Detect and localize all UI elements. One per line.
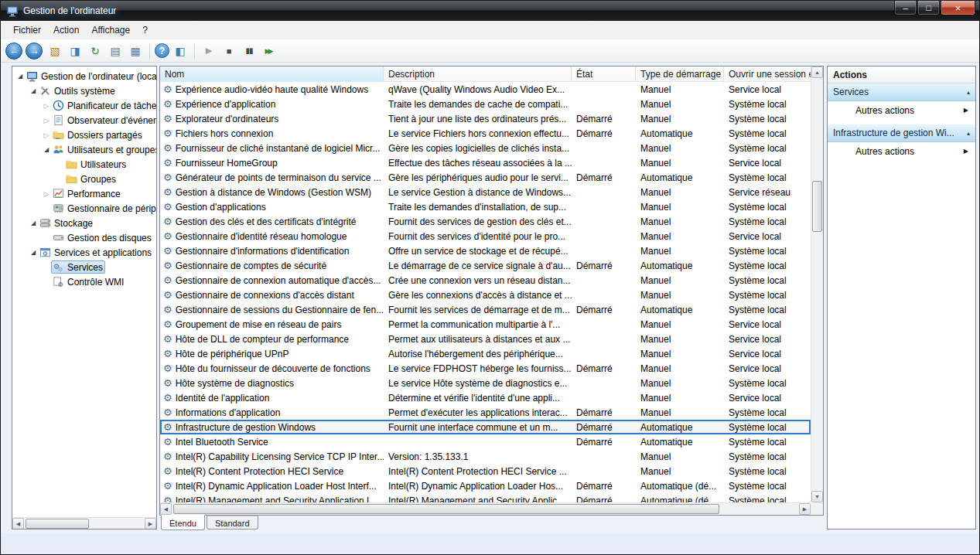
service-row-gestion-d-applications[interactable]: ⚙Gestion d'applicationsTraite les demand… — [160, 199, 811, 214]
action-group-infrastructure-de-gestion-wi[interactable]: Infrastructure de gestion Wi...▴ — [828, 124, 975, 142]
list-horizontal-scrollbar[interactable]: ◀ ▶ — [160, 502, 811, 515]
tree-item-gestionnaire-de-peripheriques[interactable]: Gestionnaire de périphériques — [12, 201, 156, 216]
scroll-right-button[interactable]: ▶ — [145, 518, 156, 529]
service-row-gestion-des-cles-et-des-certificats-d-integrite[interactable]: ⚙Gestion des clés et des certificats d'i… — [160, 214, 811, 229]
horizontal-scrollbar-thumb[interactable] — [26, 519, 89, 529]
tree-node[interactable]: Gestion des disques — [51, 231, 154, 244]
tree-node[interactable]: Gestion de l'ordinateur (local) — [25, 70, 156, 83]
service-row-experience-d-application[interactable]: ⚙Expérience d'applicationTraite les dema… — [160, 97, 811, 111]
tree-node[interactable]: Planificateur de tâches — [51, 99, 156, 112]
vertical-scrollbar-thumb[interactable] — [812, 181, 822, 232]
service-row-hote-de-dll-de-compteur-de-performance[interactable]: ⚙Hôte de DLL de compteur de performanceP… — [160, 332, 811, 346]
column-header-nom[interactable]: Nom — [160, 66, 384, 82]
extended-view-button[interactable]: ◧ — [171, 42, 190, 60]
service-row-hote-de-peripherique-upnp[interactable]: ⚙Hôte de périphérique UPnPAutorise l'héb… — [160, 346, 811, 361]
collapsed-icon[interactable]: ▷ — [42, 131, 51, 139]
show-console-tree-button[interactable]: ▧ — [46, 42, 64, 60]
tree-horizontal-scrollbar[interactable]: ◀ ▶ — [12, 517, 156, 529]
service-row-fournisseur-homegroup[interactable]: ⚙Fournisseur HomeGroupEffectue des tâche… — [160, 155, 811, 170]
expanded-icon[interactable]: ◢ — [29, 249, 38, 256]
minimize-button[interactable]: – — [894, 1, 917, 15]
menu-item-help[interactable]: ? — [136, 22, 154, 38]
service-row-intel-r-capability-licensing-service-tcp-ip-inter[interactable]: ⚙Intel(R) Capability Licensing Service T… — [160, 449, 811, 464]
service-row-identite-de-l-application[interactable]: ⚙Identité de l'applicationDétermine et v… — [160, 390, 811, 405]
expanded-icon[interactable]: ◢ — [29, 220, 38, 226]
service-row-gestionnaire-de-connexion-automatique-d-acces[interactable]: ⚙Gestionnaire de connexion automatique d… — [160, 273, 811, 288]
scroll-right-button[interactable]: ▶ — [799, 503, 811, 515]
tree-item-outils-systeme[interactable]: ◢Outils système — [12, 83, 156, 98]
horizontal-scrollbar-thumb[interactable] — [173, 504, 719, 514]
start-service-button[interactable]: ▶ — [200, 42, 218, 60]
service-row-informations-d-application[interactable]: ⚙Informations d'applicationPermet d'exéc… — [160, 405, 811, 420]
tree-node[interactable]: Utilisateurs et groupes locaux — [51, 143, 156, 156]
tree-item-dossiers-partages[interactable]: ▷Dossiers partagés — [12, 128, 156, 142]
column-header-etat[interactable]: État — [572, 66, 636, 82]
scroll-left-button[interactable]: ◀ — [12, 518, 24, 529]
collapsed-icon[interactable]: ▷ — [42, 102, 51, 110]
tree-node[interactable]: Stockage — [38, 216, 95, 230]
tree-node[interactable]: Observateur d'événements — [51, 114, 156, 127]
service-row-intel-r-management-and-security-application-l[interactable]: ⚙Intel(R) Management and Security Applic… — [160, 493, 811, 502]
tree-item-services[interactable]: ⚙⚙Services — [12, 260, 156, 274]
help-button[interactable]: ? — [155, 43, 169, 58]
titlebar[interactable]: Gestion de l'ordinateur – □ × — [1, 1, 979, 21]
export-list-button[interactable]: ▤ — [106, 42, 125, 60]
refresh-button[interactable]: ↻ — [86, 42, 104, 60]
tree-node[interactable]: ⚙Contrôle WMI — [51, 275, 126, 288]
list-vertical-scrollbar[interactable]: ▲ ▼ — [811, 66, 823, 502]
collapsed-icon[interactable]: ▷ — [42, 117, 51, 124]
service-row-groupement-de-mise-en-reseau-de-pairs[interactable]: ⚙Groupement de mise en réseau de pairsPe… — [160, 317, 811, 332]
service-row-intel-bluetooth-service[interactable]: ⚙Intel Bluetooth ServiceDémarréAutomatiq… — [160, 434, 811, 449]
service-row-hote-du-fournisseur-de-decouverte-de-fonctions[interactable]: ⚙Hôte du fournisseur de découverte de fo… — [160, 361, 811, 376]
action-item-autres-actions[interactable]: Autres actions▶ — [828, 142, 975, 160]
column-header-ouvrir-une-session-en-tant-que[interactable]: Ouvrir une session en tant que — [724, 66, 811, 82]
chevron-up-icon[interactable]: ▴ — [962, 89, 970, 96]
tree-item-performance[interactable]: ▷Performance — [12, 186, 156, 201]
expanded-icon[interactable]: ◢ — [29, 87, 38, 94]
tree-item-gestion-de-l-ordinateur-local[interactable]: ◢Gestion de l'ordinateur (local) — [12, 69, 156, 83]
service-row-infrastructure-de-gestion-windows[interactable]: ⚙Infrastructure de gestion WindowsFourni… — [160, 420, 811, 434]
chevron-up-icon[interactable]: ▴ — [962, 130, 970, 137]
restart-service-button[interactable]: ▶▶ — [260, 42, 278, 60]
stop-service-button[interactable]: ■ — [220, 42, 238, 60]
tab-etendu[interactable]: Étendu — [161, 515, 205, 530]
service-row-explorateur-d-ordinateurs[interactable]: ⚙Explorateur d'ordinateursTient à jour u… — [160, 111, 811, 126]
menu-item-action[interactable]: Action — [47, 22, 85, 38]
service-row-gestion-a-distance-de-windows-gestion-wsm[interactable]: ⚙Gestion à distance de Windows (Gestion … — [160, 185, 811, 199]
tree-node[interactable]: Groupes — [64, 172, 118, 186]
properties-button[interactable]: ▦ — [126, 42, 145, 60]
column-header-description[interactable]: Description — [384, 66, 572, 82]
tree-item-gestion-des-disques[interactable]: Gestion des disques — [12, 230, 156, 245]
forward-button[interactable]: → — [26, 43, 43, 60]
menu-item-affichage[interactable]: Affichage — [85, 22, 136, 38]
tree-node[interactable]: Dossiers partagés — [51, 128, 145, 141]
scroll-down-button[interactable]: ▼ — [811, 491, 823, 502]
scroll-left-button[interactable]: ◀ — [160, 503, 172, 515]
close-button[interactable]: × — [941, 1, 975, 15]
tree-node[interactable]: Outils système — [38, 84, 118, 97]
service-row-gestionnaire-d-informations-d-identification[interactable]: ⚙Gestionnaire d'informations d'identific… — [160, 243, 811, 258]
tab-standard[interactable]: Standard — [207, 516, 258, 529]
tree-node[interactable]: ⚙Services et applications — [38, 246, 154, 259]
service-row-fichiers-hors-connexion[interactable]: ⚙Fichiers hors connexionLe service Fichi… — [160, 126, 811, 141]
tree-node[interactable]: Gestionnaire de périphériques — [51, 202, 156, 215]
scroll-up-button[interactable]: ▲ — [811, 66, 823, 78]
action-group-services[interactable]: Services▴ — [828, 83, 975, 101]
back-button[interactable]: ← — [5, 43, 22, 60]
tree-item-groupes[interactable]: Groupes — [12, 172, 156, 186]
maximize-button[interactable]: □ — [917, 1, 940, 15]
tree-item-utilisateurs[interactable]: Utilisateurs — [12, 157, 156, 172]
service-row-intel-r-dynamic-application-loader-host-interf[interactable]: ⚙Intel(R) Dynamic Application Loader Hos… — [160, 478, 811, 493]
service-row-fournisseur-de-cliche-instantane-de-logiciel-micr[interactable]: ⚙Fournisseur de cliché instantané de log… — [160, 141, 811, 155]
pause-service-button[interactable]: ▮▮ — [240, 42, 258, 60]
tree-node[interactable]: Performance — [51, 187, 123, 200]
collapsed-icon[interactable]: ▷ — [42, 190, 51, 198]
action-item-autres-actions[interactable]: Autres actions▶ — [828, 101, 975, 119]
expanded-icon[interactable]: ◢ — [42, 146, 51, 153]
show-action-pane-button[interactable]: ◨ — [66, 42, 84, 60]
service-row-intel-r-content-protection-heci-service[interactable]: ⚙Intel(R) Content Protection HECI Servic… — [160, 464, 811, 478]
tree-node[interactable]: Utilisateurs — [64, 158, 128, 171]
menu-item-fichier[interactable]: Fichier — [7, 22, 47, 38]
tree-item-observateur-d-evenements[interactable]: ▷Observateur d'événements — [12, 113, 156, 128]
tree-item-stockage[interactable]: ◢Stockage — [12, 216, 156, 230]
